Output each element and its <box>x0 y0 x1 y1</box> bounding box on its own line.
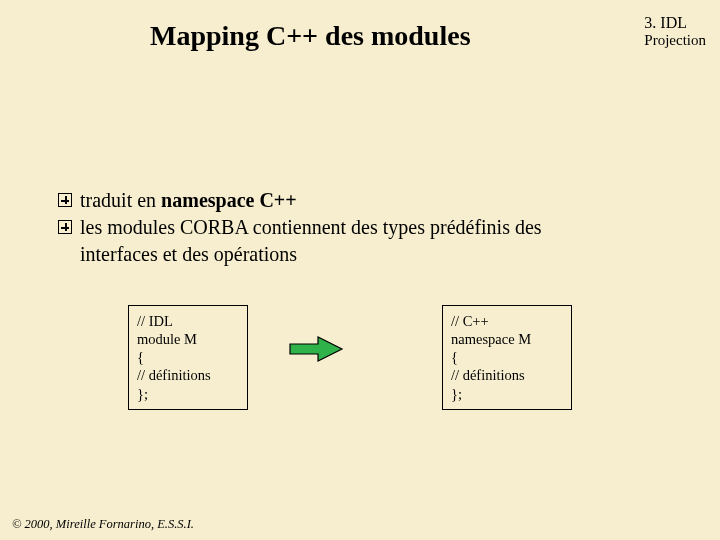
bullet-list: traduit en namespace C++ les modules COR… <box>58 188 680 267</box>
bullet-text: traduit en namespace C++ <box>80 188 680 213</box>
code-box-cpp: // C++ namespace M { // définitions }; <box>442 305 572 410</box>
slide-title: Mapping C++ des modules <box>150 20 471 52</box>
bullet-item: les modules CORBA contiennent des types … <box>58 215 680 240</box>
bullet-text: les modules CORBA contiennent des types … <box>80 215 680 240</box>
plus-box-icon <box>58 193 72 207</box>
arrow-shape <box>290 337 342 361</box>
bullet-continuation: interfaces et des opérations <box>80 242 680 267</box>
copyright-footer: © 2000, Mireille Fornarino, E.S.S.I. <box>12 517 194 532</box>
section-label: 3. IDL Projection <box>644 14 706 50</box>
arrow-right-icon <box>288 334 344 364</box>
section-subtitle: Projection <box>644 32 706 49</box>
bullet-text-plain: traduit en <box>80 189 161 211</box>
bullet-item: traduit en namespace C++ <box>58 188 680 213</box>
plus-box-icon <box>58 220 72 234</box>
bullet-text-strong: namespace C++ <box>161 189 297 211</box>
code-box-idl: // IDL module M { // définitions }; <box>128 305 248 410</box>
section-number: 3. IDL <box>644 14 706 32</box>
